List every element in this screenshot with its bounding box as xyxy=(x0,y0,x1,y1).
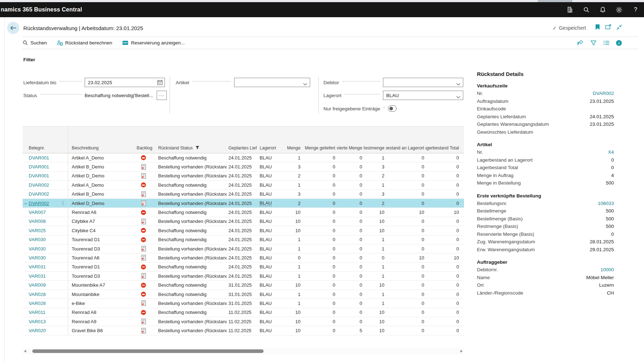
belegnr-link[interactable]: VAR030 xyxy=(29,246,46,252)
table-row[interactable]: DVAR002Artikel B_DemoBestellung vorhande… xyxy=(23,190,464,199)
field-lieferdatum-bis: Lieferdatum bis 23.02.2025 xyxy=(23,77,165,87)
table-row[interactable]: DVAR001Artikel B_DemoBestellung vorhande… xyxy=(23,162,464,171)
belegnr-link[interactable]: DVAR001 xyxy=(29,164,49,169)
cell-beschreibung: Tourenrad A6 xyxy=(68,253,134,262)
table-row[interactable]: →⋮DVAR002Artikel D_DemoBestellung vorhan… xyxy=(23,199,464,208)
cell-status-symbol xyxy=(134,235,152,244)
column-header-status[interactable]: Rückstand Status xyxy=(152,126,227,153)
cell-lagerbestand-total: 0 xyxy=(426,162,464,171)
list-options-icon[interactable] xyxy=(603,40,609,46)
column-header-menge[interactable]: Menge xyxy=(276,126,302,153)
column-header-menge_geliefert[interactable]: Menge geliefert xyxy=(302,126,337,153)
factbox-row-value-link[interactable]: 106033 xyxy=(598,201,614,206)
scroll-right-arrow[interactable] xyxy=(460,350,463,353)
belegnr-link[interactable]: VAR031 xyxy=(29,264,46,269)
belegnr-link[interactable]: VAR025 xyxy=(29,228,46,233)
show-reservation-action[interactable]: Reservierung anzeigen... xyxy=(122,40,185,46)
cell-restmenge: 10 xyxy=(364,317,386,326)
chevron-down-icon[interactable] xyxy=(303,81,307,87)
horizontal-scrollbar[interactable] xyxy=(23,348,464,354)
table-row[interactable]: VAR031Tourenrad D3Bestellung vorhanden (… xyxy=(23,272,464,281)
belegnr-link[interactable]: DVAR001 xyxy=(29,155,49,161)
table-row[interactable]: VAR028MountainbikeBeschaffung notwendig3… xyxy=(23,290,464,299)
column-header-symbol[interactable]: Backlog Status Symbol ASSC xyxy=(134,126,152,153)
table-row[interactable]: DVAR001Artikel D_DemoBestellung vorhande… xyxy=(23,172,464,181)
cell-lieferdatum: 24.01.2025 xyxy=(227,181,257,189)
belegnr-link[interactable]: VAR028 xyxy=(29,301,46,306)
table-row[interactable]: VAR009Mountenbike A7Beschaffung notwendi… xyxy=(23,281,464,290)
filter-icon[interactable] xyxy=(590,40,596,46)
cell-reservierte-menge: 0 xyxy=(337,235,364,244)
column-header-beschreibung[interactable]: Beschreibung xyxy=(68,126,134,153)
lagerort-combo[interactable]: BLAU xyxy=(383,91,463,100)
table-row[interactable]: VAR025Citybike C4Beschaffung notwendig24… xyxy=(23,226,464,235)
table-row[interactable]: VAR031Tourenrad D1Beschaffung notwendig2… xyxy=(23,263,464,272)
cell-menge-geliefert: 0 xyxy=(302,172,337,180)
search-action[interactable]: Suchen xyxy=(23,40,47,46)
cell-menge: 10 xyxy=(276,281,302,289)
belegnr-link[interactable]: VAR020 xyxy=(29,328,46,333)
belegnr-link[interactable]: DVAR002 xyxy=(29,191,49,197)
table-row[interactable]: VAR030Tourenrad D1Beschaffung notwendig2… xyxy=(23,235,464,244)
search-icon[interactable] xyxy=(583,6,589,13)
scroll-left-arrow[interactable] xyxy=(24,350,26,353)
belegnr-link[interactable]: VAR031 xyxy=(29,273,46,279)
back-button[interactable] xyxy=(7,22,19,34)
open-in-new-window-icon[interactable] xyxy=(605,24,611,30)
column-header-reservierte_menge[interactable]: Reservierte Menge xyxy=(337,126,364,153)
collapse-icon[interactable] xyxy=(616,24,622,30)
belegnr-link[interactable]: VAR008 xyxy=(29,219,46,224)
belegnr-link[interactable]: VAR009 xyxy=(29,282,46,288)
column-header-restmenge[interactable]: Restmenge xyxy=(364,126,386,153)
belegnr-link[interactable]: VAR030 xyxy=(29,237,46,242)
calendar-icon[interactable] xyxy=(157,80,163,86)
debitor-combo[interactable] xyxy=(383,78,463,87)
table-row[interactable]: VAR030Tourenrad D3Bestellung vorhanden (… xyxy=(23,244,464,253)
factbox-row-value-link[interactable]: X4 xyxy=(608,149,614,155)
status-filter-value[interactable]: Beschaffung notwendig|'Bestell... xyxy=(85,93,155,98)
column-header-belegnr[interactable]: Belegnr. xyxy=(23,126,68,153)
freigegebene-toggle[interactable] xyxy=(388,105,397,112)
table-row[interactable]: DVAR001Artikel A_DemoBeschaffung notwend… xyxy=(23,153,464,162)
table-row[interactable]: VAR030Tourenrad A6Bestellung vorhanden (… xyxy=(23,253,464,262)
table-row[interactable]: VAR007Rennrad A6Beschaffung notwendig24.… xyxy=(23,208,464,217)
factbox-row-value-link[interactable]: DVAR002 xyxy=(593,91,614,96)
table-row[interactable]: VAR011Rennrad A8Beschaffung notwendig11.… xyxy=(23,308,464,317)
belegnr-link[interactable]: VAR028 xyxy=(29,292,46,297)
chevron-down-icon[interactable] xyxy=(456,94,460,100)
table-row[interactable]: DVAR002Artikel A_DemoBeschaffung notwend… xyxy=(23,181,464,190)
column-header-lagerort[interactable]: Lagerort xyxy=(257,126,276,153)
table-row[interactable]: VAR008Citybike A7Bestellung vorhanden (R… xyxy=(23,217,464,226)
belegnr-link[interactable]: DVAR001 xyxy=(29,173,49,178)
table-row[interactable]: VAR028e-BikeBestellung vorhanden (Rückst… xyxy=(23,299,464,308)
column-header-lagerbestand_total[interactable]: Lagerbestand Total xyxy=(426,126,464,153)
settings-icon[interactable] xyxy=(616,6,622,13)
company-icon[interactable] xyxy=(566,6,573,13)
table-row[interactable]: VAR013Rennrad A9Bestellung vorhanden (Rü… xyxy=(23,317,464,326)
column-header-lieferdatum[interactable]: Geplantes Lieferdatum ↑ xyxy=(227,126,257,153)
table-row[interactable]: VAR020Gravel Bike B6Bestellung vorhanden… xyxy=(23,326,464,335)
belegnr-link[interactable]: VAR007 xyxy=(29,210,46,215)
cell-menge: 3 xyxy=(276,190,302,199)
lieferdatum-input[interactable]: 23.02.2025 xyxy=(85,78,165,87)
calculate-backlog-action[interactable]: Rückstand berechnen xyxy=(57,40,112,46)
notifications-icon[interactable] xyxy=(599,6,606,13)
bookmark-icon[interactable] xyxy=(595,24,601,30)
cell-belegnr: VAR030 xyxy=(23,244,68,253)
column-header-label: Menge xyxy=(287,145,300,151)
belegnr-link[interactable]: VAR011 xyxy=(29,310,46,315)
info-icon[interactable]: i xyxy=(616,40,622,46)
column-header-lagerbestand_an_lagerort[interactable]: Lagerbestand an Lagerort xyxy=(386,126,426,153)
belegnr-link[interactable]: DVAR002 xyxy=(29,182,49,188)
factbox-row-value-link[interactable]: 10000 xyxy=(600,267,614,272)
scrollbar-thumb[interactable] xyxy=(32,349,264,353)
share-icon[interactable] xyxy=(577,40,583,46)
belegnr-link[interactable]: DVAR002 xyxy=(29,201,49,206)
help-icon[interactable]: ? xyxy=(632,6,639,13)
belegnr-link[interactable]: VAR030 xyxy=(29,255,46,261)
chevron-down-icon[interactable] xyxy=(456,81,460,87)
status-assist-edit-button[interactable]: ... xyxy=(157,91,167,100)
artikel-combo[interactable] xyxy=(234,78,310,87)
factbox-row-value: 29.01.2025 xyxy=(589,247,614,252)
belegnr-link[interactable]: VAR013 xyxy=(29,319,46,324)
